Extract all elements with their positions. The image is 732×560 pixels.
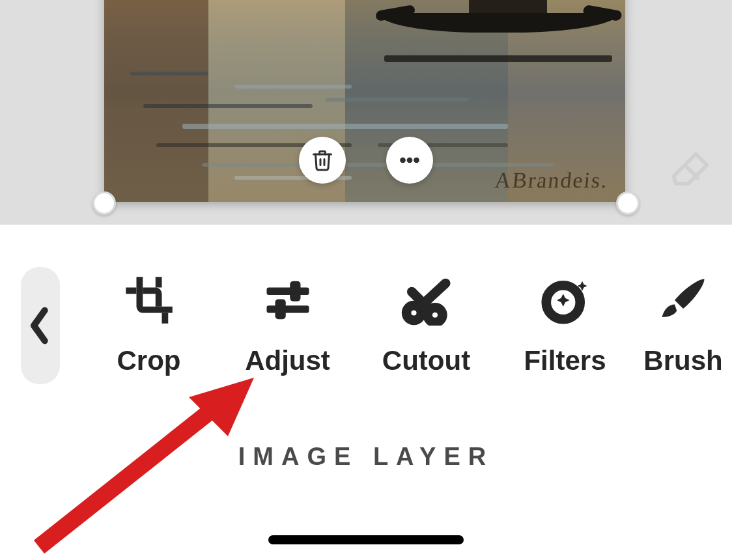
trash-icon	[311, 148, 334, 172]
svg-line-3	[685, 165, 698, 178]
tool-label: Cutout	[382, 345, 470, 376]
svg-point-2	[414, 158, 419, 162]
svg-point-1	[407, 158, 412, 162]
more-button[interactable]	[386, 137, 433, 184]
svg-rect-4	[266, 288, 309, 295]
tool-strip: Crop Adjust Cu	[0, 254, 732, 397]
svg-rect-5	[266, 305, 309, 313]
tool-brush[interactable]: Brush	[634, 275, 732, 376]
delete-button[interactable]	[299, 137, 346, 184]
svg-rect-7	[275, 299, 285, 319]
eraser-icon	[668, 148, 712, 193]
tool-cutout[interactable]: Cutout	[357, 275, 496, 376]
svg-point-0	[401, 158, 405, 162]
back-button[interactable]	[21, 267, 60, 384]
editor-canvas: ABrandeis.	[0, 0, 732, 225]
section-title: IMAGE LAYER	[0, 443, 732, 471]
tool-list: Crop Adjust Cu	[60, 275, 732, 376]
scissors-icon	[401, 275, 452, 326]
eraser-tool[interactable]	[668, 148, 712, 193]
painting-gondola	[378, 0, 619, 39]
resize-handle-bottom-left[interactable]	[92, 191, 116, 215]
adjust-icon	[262, 275, 313, 326]
tool-adjust[interactable]: Adjust	[218, 275, 357, 376]
crop-icon	[124, 275, 175, 326]
resize-handle-bottom-right[interactable]	[616, 191, 640, 215]
tool-label: Brush	[643, 345, 722, 376]
tool-label: Filters	[524, 345, 606, 376]
tool-filters[interactable]: Filters	[496, 275, 634, 376]
more-icon	[398, 148, 421, 172]
home-indicator[interactable]	[268, 535, 464, 544]
brush-icon	[658, 275, 709, 326]
svg-line-13	[39, 397, 228, 547]
chevron-left-icon	[27, 306, 53, 345]
svg-rect-6	[290, 281, 300, 301]
tool-label: Adjust	[245, 345, 330, 376]
tool-label: Crop	[117, 345, 181, 376]
tool-crop[interactable]: Crop	[79, 275, 218, 376]
filters-icon	[540, 275, 591, 326]
floating-actions	[0, 137, 732, 184]
